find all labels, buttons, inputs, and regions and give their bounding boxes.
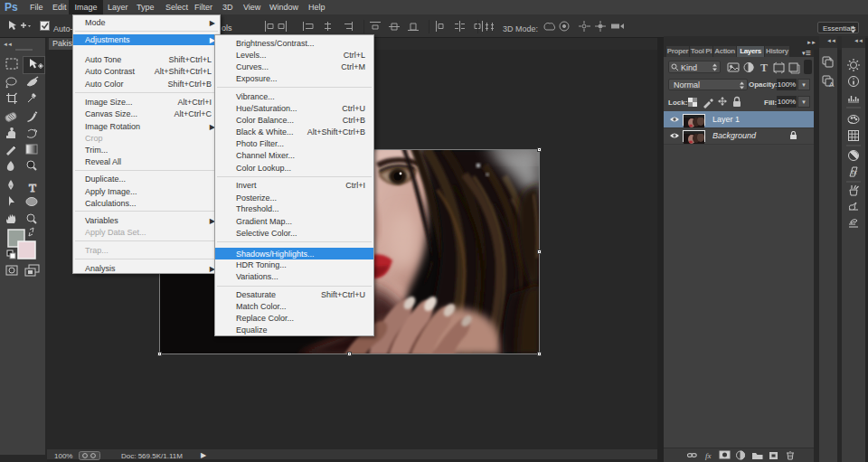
svg-text:fx: fx <box>852 168 858 176</box>
svg-text:A: A <box>829 80 835 89</box>
svg-text:T: T <box>760 61 768 74</box>
svg-text:T: T <box>29 181 36 194</box>
svg-text:fx: fx <box>705 451 712 460</box>
